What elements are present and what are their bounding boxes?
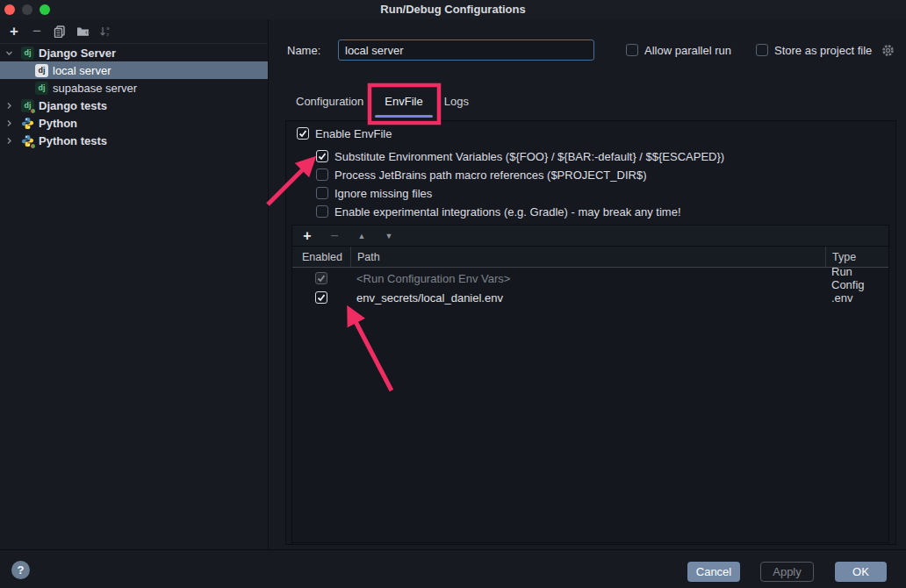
remove-configuration-icon[interactable]: − (30, 25, 44, 39)
allow-parallel-run-checkbox[interactable] (626, 44, 638, 56)
sort-configurations-icon[interactable]: a z (98, 25, 112, 39)
copy-configuration-icon[interactable] (53, 25, 67, 39)
move-up-icon[interactable]: ▲ (356, 232, 368, 240)
table-row[interactable]: <Run Configuration Env Vars> Run Config (292, 269, 888, 288)
store-as-project-file-checkbox[interactable] (756, 44, 768, 56)
sidebar-toolbar: + − a z (0, 19, 268, 44)
table-toolbar: + − ▲ ▼ (292, 226, 888, 246)
allow-parallel-run-label: Allow parallel run (644, 44, 731, 57)
enable-envfile-label: Enable EnvFile (315, 127, 392, 140)
dialog-footer: ? Cancel Apply OK (0, 549, 906, 588)
column-header-enabled[interactable]: Enabled (292, 251, 350, 263)
enable-envfile-checkbox[interactable] (297, 127, 309, 140)
substitute-env-variables-option[interactable]: Substitute Environment Variables (${FOO}… (316, 147, 724, 165)
tree-item-label: Python tests (39, 134, 107, 147)
substitute-env-variables-checkbox[interactable] (316, 150, 328, 162)
process-path-macro-label: Process JetBrains path macro references … (334, 169, 646, 182)
tree-item-python-tests[interactable]: Python tests (0, 132, 268, 149)
tree-item-django-tests[interactable]: dj Django tests (0, 97, 268, 114)
django-icon: dj (35, 82, 48, 95)
remove-env-file-icon[interactable]: − (328, 228, 341, 244)
run-debug-configurations-dialog: Run/Debug Configurations + − a z (0, 0, 906, 588)
selected-tab-underline (375, 115, 433, 118)
tree-item-label: Python (39, 117, 77, 130)
django-icon: dj (21, 47, 34, 60)
chevron-down-icon[interactable] (5, 48, 14, 57)
enable-envfile-option[interactable]: Enable EnvFile (297, 125, 392, 142)
python-icon (21, 117, 34, 130)
chevron-right-icon[interactable] (5, 118, 14, 127)
ignore-missing-files-option[interactable]: Ignore missing files (316, 184, 432, 202)
tab-logs[interactable]: Logs (444, 90, 469, 118)
tree-item-django-server[interactable]: dj Django Server (0, 44, 268, 61)
ignore-missing-files-checkbox[interactable] (316, 187, 328, 199)
row-path: <Run Configuration Env Vars> (350, 272, 825, 285)
new-folder-icon[interactable] (76, 25, 90, 39)
env-files-table: + − ▲ ▼ Enabled Path Type <Run Configura… (291, 225, 889, 543)
move-down-icon[interactable]: ▼ (383, 232, 395, 240)
configurations-tree: dj Django Server dj local server dj supa… (0, 44, 268, 149)
apply-button[interactable]: Apply (760, 562, 814, 582)
configurations-sidebar: + − a z dj (0, 19, 269, 549)
row-enabled-checkbox (315, 272, 327, 284)
process-path-macro-checkbox[interactable] (316, 169, 328, 181)
svg-text:a: a (106, 25, 110, 31)
tree-item-local-server[interactable]: dj local server (0, 61, 268, 79)
ok-button[interactable]: OK (835, 562, 887, 582)
tab-configuration[interactable]: Configuration (296, 90, 363, 118)
row-type: .env (825, 291, 888, 305)
ignore-missing-files-label: Ignore missing files (334, 187, 432, 200)
name-input[interactable] (338, 39, 594, 61)
experimental-integrations-label: Enable experimental integrations (e.g. G… (334, 205, 681, 219)
row-path: env_secrets/local_daniel.env (350, 291, 825, 305)
tree-item-supabase-server[interactable]: dj supabase server (0, 79, 268, 97)
envfile-tab-panel: Enable EnvFile Substitute Environment Va… (285, 120, 896, 545)
row-enabled-checkbox[interactable] (315, 291, 327, 304)
add-env-file-icon[interactable]: + (301, 228, 313, 244)
dialog-title: Run/Debug Configurations (0, 3, 906, 16)
python-tests-icon (21, 134, 34, 147)
substitute-env-variables-label: Substitute Environment Variables (${FOO}… (334, 150, 724, 163)
column-header-type[interactable]: Type (825, 247, 888, 267)
tree-item-label: local server (53, 64, 111, 77)
store-as-project-file-label: Store as project file (774, 44, 872, 57)
experimental-integrations-checkbox[interactable] (316, 205, 328, 218)
titlebar: Run/Debug Configurations (0, 0, 906, 19)
help-button[interactable]: ? (11, 561, 30, 579)
chevron-right-icon[interactable] (5, 136, 14, 145)
cancel-button[interactable]: Cancel (687, 562, 740, 582)
tree-item-label: supabase server (53, 82, 137, 95)
chevron-right-icon[interactable] (5, 101, 14, 110)
experimental-integrations-option[interactable]: Enable experimental integrations (e.g. G… (316, 203, 681, 220)
tree-item-python[interactable]: Python (0, 114, 268, 132)
column-header-path[interactable]: Path (350, 247, 825, 267)
svg-text:z: z (106, 32, 109, 37)
store-as-project-file-option[interactable]: Store as project file (756, 41, 895, 59)
allow-parallel-run-option[interactable]: Allow parallel run (626, 41, 731, 59)
name-label: Name: (287, 44, 320, 57)
django-tests-icon: dj (21, 99, 34, 112)
django-icon: dj (35, 64, 48, 77)
process-path-macro-option[interactable]: Process JetBrains path macro references … (316, 166, 646, 183)
table-row[interactable]: env_secrets/local_daniel.env .env (292, 288, 888, 307)
tree-item-label: Django tests (39, 99, 107, 112)
add-configuration-icon[interactable]: + (7, 25, 21, 39)
tree-item-label: Django Server (39, 47, 116, 60)
table-header: Enabled Path Type (292, 246, 888, 268)
gear-icon[interactable] (881, 44, 895, 57)
